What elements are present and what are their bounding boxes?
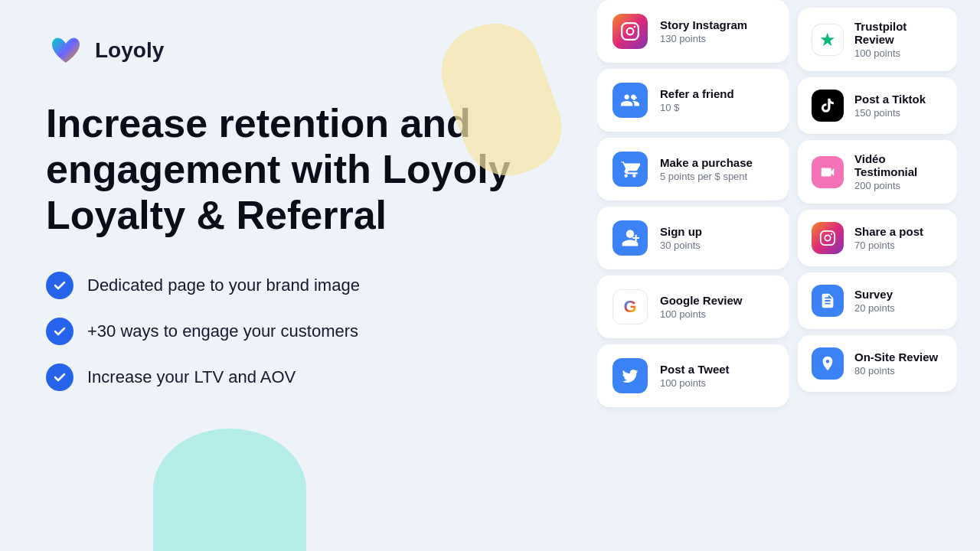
card-info-share: Share a post 70 points (854, 225, 923, 251)
card-trustpilot[interactable]: ★ Trustpilot Review 100 points (798, 8, 957, 71)
card-survey[interactable]: Survey 20 points (798, 272, 957, 329)
card-info-tiktok: Post a Tiktok 150 points (854, 93, 926, 119)
right-area: Story Instagram 130 points Refer a frien… (597, 0, 980, 551)
card-info-signup: Sign up 30 points (660, 225, 702, 251)
card-refer-friend[interactable]: Refer a friend 10 $ (597, 69, 789, 132)
card-sub-onsite: 80 points (854, 365, 938, 377)
card-signup[interactable]: Sign up 30 points (597, 207, 789, 269)
card-title-onsite: On-Site Review (854, 350, 938, 364)
card-sub-google: 100 points (660, 308, 743, 320)
card-info-onsite: On-Site Review 80 points (854, 350, 938, 377)
card-sub-refer: 10 $ (660, 102, 734, 113)
check-icon-1 (46, 272, 74, 299)
card-title-signup: Sign up (660, 225, 702, 238)
card-sub-trustpilot: 100 points (854, 47, 943, 59)
check-icon-2 (46, 318, 74, 345)
feature-text-2: +30 ways to engage your customers (87, 321, 358, 341)
card-title-tweet: Post a Tweet (660, 363, 730, 376)
google-icon: G (612, 289, 648, 324)
card-title-trustpilot: Trustpilot Review (854, 20, 943, 46)
card-sub-purchase: 5 points per $ spent (660, 171, 753, 182)
svg-point-6 (831, 233, 832, 235)
survey-icon (812, 285, 844, 317)
refer-icon (612, 83, 648, 118)
card-onsite-review[interactable]: On-Site Review 80 points (798, 335, 957, 392)
main-cards-column: Story Instagram 130 points Refer a frien… (597, 0, 789, 551)
feature-item-1: Dedicated page to your brand image (46, 272, 551, 299)
svg-point-3 (634, 26, 636, 28)
signup-icon (612, 220, 648, 256)
tiktok-icon (812, 90, 844, 122)
card-title-survey: Survey (854, 288, 895, 301)
feature-text-3: Increase your LTV and AOV (87, 367, 296, 387)
card-info-video: Vidéo Testimonial 200 points (854, 152, 943, 191)
card-title-google: Google Review (660, 294, 743, 307)
card-info-refer: Refer a friend 10 $ (660, 87, 734, 113)
card-google-review[interactable]: G Google Review 100 points (597, 276, 789, 338)
side-cards-column: ★ Trustpilot Review 100 points Post a Ti… (789, 0, 957, 551)
card-sub-signup: 30 points (660, 240, 702, 251)
feature-text-1: Dedicated page to your brand image (87, 276, 360, 295)
loyoly-logo-icon (46, 31, 86, 70)
twitter-icon (612, 358, 648, 393)
svg-rect-1 (622, 23, 639, 40)
trustpilot-icon: ★ (812, 24, 844, 56)
card-share-post[interactable]: Share a post 70 points (798, 210, 957, 266)
card-title-purchase: Make a purchase (660, 156, 753, 169)
svg-point-5 (825, 235, 830, 240)
card-title-share: Share a post (854, 225, 923, 238)
card-sub-survey: 20 points (854, 302, 895, 314)
card-info-google: Google Review 100 points (660, 294, 743, 320)
check-icon-3 (46, 364, 74, 391)
card-make-purchase[interactable]: Make a purchase 5 points per $ spent (597, 138, 789, 201)
card-sub-tweet: 100 points (660, 377, 730, 389)
feature-item-2: +30 ways to engage your customers (46, 318, 551, 345)
card-info-tweet: Post a Tweet 100 points (660, 363, 730, 389)
card-info-survey: Survey 20 points (854, 288, 895, 314)
card-title-instagram: Story Instagram (660, 18, 747, 31)
instagram-icon (612, 14, 648, 49)
card-video-testimonial[interactable]: Vidéo Testimonial 200 points (798, 140, 957, 204)
share-icon (812, 222, 844, 254)
card-title-video: Vidéo Testimonial (854, 152, 943, 178)
card-title-tiktok: Post a Tiktok (854, 93, 926, 106)
features-list: Dedicated page to your brand image +30 w… (46, 272, 551, 391)
left-panel: Loyoly Increase retention and engagement… (0, 0, 597, 551)
svg-point-2 (627, 28, 634, 35)
onsite-icon (812, 347, 844, 380)
card-sub-share: 70 points (854, 240, 923, 251)
card-title-refer: Refer a friend (660, 87, 734, 100)
video-icon (812, 156, 844, 188)
svg-rect-4 (821, 231, 835, 245)
card-story-instagram[interactable]: Story Instagram 130 points (597, 0, 789, 63)
card-sub-tiktok: 150 points (854, 107, 926, 119)
card-tiktok[interactable]: Post a Tiktok 150 points (798, 77, 957, 134)
purchase-icon (612, 152, 648, 187)
logo-text: Loyoly (95, 38, 164, 63)
card-sub-instagram: 130 points (660, 33, 747, 44)
card-post-tweet[interactable]: Post a Tweet 100 points (597, 344, 789, 407)
card-sub-video: 200 points (854, 180, 943, 191)
card-info-purchase: Make a purchase 5 points per $ spent (660, 156, 753, 182)
feature-item-3: Increase your LTV and AOV (46, 364, 551, 391)
card-info-trustpilot: Trustpilot Review 100 points (854, 20, 943, 59)
blob-teal (153, 429, 306, 551)
card-info-instagram: Story Instagram 130 points (660, 18, 747, 44)
